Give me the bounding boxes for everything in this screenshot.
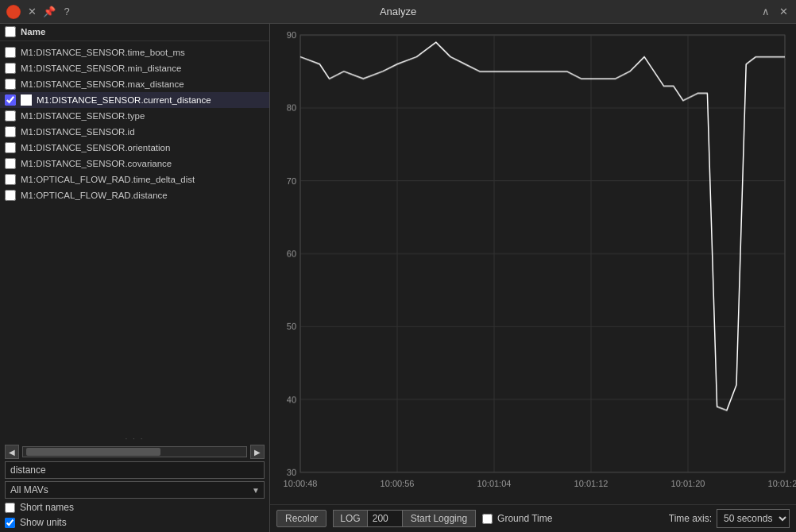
param-checkbox-time_boot_ms[interactable] [5,47,16,58]
list-item[interactable]: M1:DISTANCE_SENSOR.covariance [0,156,269,172]
list-item[interactable]: M1:DISTANCE_SENSOR.max_distance [0,76,269,92]
title-bar-right: ∧ ✕ [759,6,790,18]
time-axis-select[interactable]: 10 seconds 20 seconds 30 seconds 50 seco… [717,509,790,528]
list-item[interactable]: M1:DISTANCE_SENSOR.orientation [0,140,269,156]
param-label-optical-dist: M1:OPTICAL_FLOW_RAD.distance [21,191,168,200]
short-names-label: Short names [20,502,74,513]
window-title: Analyze [380,6,416,17]
scroll-track[interactable] [22,446,247,457]
select-all-checkbox[interactable] [5,26,16,37]
list-item[interactable]: M1:DISTANCE_SENSOR.time_boot_ms [0,44,269,60]
param-label-max_distance: M1:DISTANCE_SENSOR.max_distance [21,79,184,89]
show-units-label: Show units [20,517,67,528]
param-checkbox-optical-dist[interactable] [5,190,16,201]
show-units-row: Show units [5,516,265,529]
short-names-checkbox[interactable] [5,503,15,513]
param-checkbox-type[interactable] [5,110,16,121]
list-item[interactable]: M1:OPTICAL_FLOW_RAD.distance [0,187,269,203]
param-label-id: M1:DISTANCE_SENSOR.id [21,127,135,137]
scrollbar-row: ◀ ▶ [5,445,265,459]
minimize-icon[interactable]: ∧ [759,6,772,18]
param-checkbox-current_distance[interactable] [5,94,16,106]
param-header-row: Name [0,24,269,41]
main-container: Name M1:DISTANCE_SENSOR.time_boot_ms M1:… [0,24,796,532]
list-item[interactable]: M1:DISTANCE_SENSOR.min_distance [0,60,269,76]
close-icon[interactable]: ✕ [25,6,38,18]
param-label-type: M1:DISTANCE_SENSOR.type [21,111,145,121]
log-group: LOG Start Logging [333,510,476,527]
ground-time-row: Ground Time [482,513,552,524]
title-bar: ✕ 📌 ? Analyze ∧ ✕ [0,0,796,24]
left-panel: Name M1:DISTANCE_SENSOR.time_boot_ms M1:… [0,24,270,532]
param-label-orientation: M1:DISTANCE_SENSOR.orientation [21,143,170,152]
param-checkbox-covariance[interactable] [5,158,16,169]
scroll-right-button[interactable]: ▶ [250,445,265,459]
mav-select[interactable]: All MAVs [5,481,265,499]
chart-canvas [270,24,796,504]
recolor-button[interactable]: Recolor [276,510,327,527]
list-item[interactable]: M1:DISTANCE_SENSOR.current_distance [0,92,269,108]
mav-select-wrapper: All MAVs ▼ [5,481,265,499]
chart-area: Recolor LOG Start Logging Ground Time Ti… [270,24,796,532]
list-item[interactable]: M1:OPTICAL_FLOW_RAD.time_delta_dist [0,172,269,187]
scroll-left-button[interactable]: ◀ [5,445,19,459]
pin-icon[interactable]: 📌 [43,6,56,18]
scroll-thumb [26,448,160,456]
param-checkbox-orientation[interactable] [5,142,16,153]
list-item[interactable]: M1:DISTANCE_SENSOR.type [0,108,269,124]
param-label-min_distance: M1:DISTANCE_SENSOR.min_distance [21,64,181,73]
bottom-controls: ◀ ▶ All MAVs ▼ Short names [0,441,269,532]
app-icon [6,5,21,19]
name-column-header: Name [21,27,45,37]
resize-handle[interactable]: · · · [0,435,269,441]
param-label-optical-time: M1:OPTICAL_FLOW_RAD.time_delta_dist [21,175,195,184]
list-item[interactable]: M1:DISTANCE_SENSOR.id [0,124,269,140]
color-swatch-current_distance [21,94,32,106]
param-label-current_distance: M1:DISTANCE_SENSOR.current_distance [37,95,211,105]
log-label: LOG [333,510,366,527]
ground-time-label: Ground Time [497,513,552,524]
ground-time-checkbox[interactable] [482,514,493,524]
start-logging-button[interactable]: Start Logging [402,510,476,527]
param-label-time_boot_ms: M1:DISTANCE_SENSOR.time_boot_ms [21,48,185,57]
log-value-input[interactable] [367,510,402,527]
help-icon[interactable]: ? [60,6,73,18]
window-close-icon[interactable]: ✕ [777,6,790,18]
title-bar-left: ✕ 📌 ? [6,5,73,19]
param-checkbox-optical-time[interactable] [5,174,16,185]
param-checkbox-min_distance[interactable] [5,63,16,74]
param-checkbox-id[interactable] [5,126,16,137]
bottom-bar: Recolor LOG Start Logging Ground Time Ti… [270,504,796,532]
short-names-row: Short names [5,501,265,514]
param-list: M1:DISTANCE_SENSOR.time_boot_ms M1:DISTA… [0,41,269,435]
show-units-checkbox[interactable] [5,518,15,528]
param-checkbox-max_distance[interactable] [5,79,16,90]
param-label-covariance: M1:DISTANCE_SENSOR.covariance [21,159,172,168]
time-axis-label: Time axis: [669,513,712,524]
time-axis-row: Time axis: 10 seconds 20 seconds 30 seco… [669,509,790,528]
chart-canvas-wrapper [270,24,796,504]
filter-input[interactable] [5,461,265,479]
